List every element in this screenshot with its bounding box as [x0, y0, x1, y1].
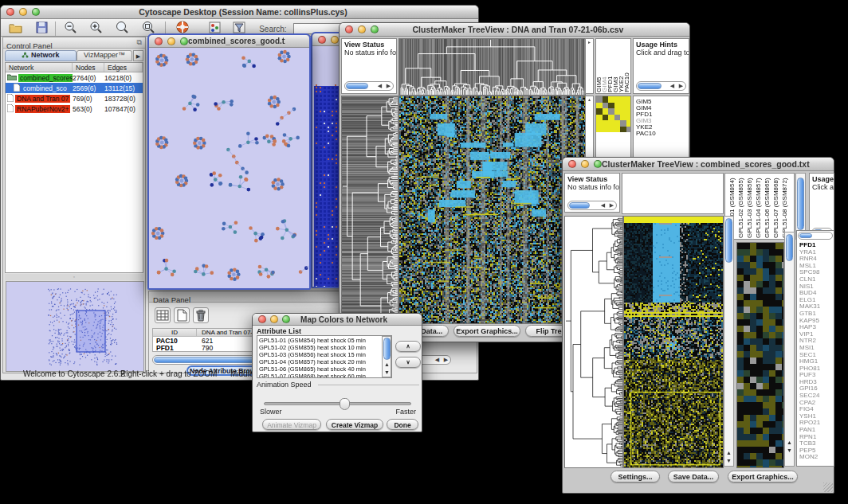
tv1-usage-hints: Usage Hints Click and drag to ◀▶ [633, 38, 689, 94]
tv1-top-dendrogram[interactable] [398, 38, 586, 96]
main-titlebar[interactable]: Cytoscape Desktop (Session Name: collins… [1, 6, 478, 19]
zoom-fit-icon[interactable] [115, 21, 128, 37]
attribute-list-item[interactable]: GPL51-03 (GSM856) heat shock 15 min [259, 351, 366, 358]
tv2-gene-labels-scrollbar[interactable] [798, 232, 833, 240]
matrix-cell [614, 127, 621, 133]
tv2-heatmap[interactable] [623, 216, 724, 468]
matrix-cell [614, 103, 621, 109]
zoom-button[interactable] [371, 25, 379, 33]
slower-label: Slower [260, 408, 282, 416]
attribute-select-icon[interactable] [155, 307, 171, 323]
button-save-data-[interactable]: Save Data... [668, 471, 719, 483]
network-nodes-count: 2764(0) [73, 74, 104, 82]
zoom-button[interactable] [594, 160, 602, 168]
animate-vizmap-button[interactable]: Animate Vizmap [262, 419, 321, 430]
delete-attribute-icon[interactable] [193, 307, 209, 323]
done-button[interactable]: Done [387, 419, 418, 430]
tv2-gene-label: NTR2 [799, 337, 820, 344]
attribute-listbox[interactable]: GPL51-01 (GSM854) heat shock 05 minGPL51… [257, 335, 392, 378]
close-button[interactable] [258, 315, 266, 323]
matrix-cell [614, 96, 621, 103]
treeview1-titlebar[interactable]: ClusterMaker TreeView : DNA and Tran 07-… [340, 23, 689, 37]
tv2-heatmap-vscrollbar[interactable]: ▲▼ [724, 216, 734, 467]
button-settings-[interactable]: Settings... [610, 471, 660, 483]
tv2-gene-label: FIG4 [799, 405, 820, 412]
minimize-button[interactable] [358, 25, 366, 33]
minimize-button[interactable] [19, 8, 27, 16]
close-button[interactable] [345, 25, 353, 33]
tv2-zoom-vscrollbar[interactable]: ▲▼ [784, 232, 795, 467]
zoom-in-icon[interactable] [89, 21, 102, 37]
window-controls[interactable] [6, 8, 40, 16]
tv1-col-scroll-strip[interactable]: ▸ [585, 38, 594, 94]
attribute-list-item[interactable]: GPL51-01 (GSM854) heat shock 05 min [259, 337, 366, 344]
tab-network[interactable]: Network [5, 50, 77, 61]
tv2-top-dendrogram-area[interactable] [622, 173, 724, 214]
tv2-zoomed-heatmap[interactable] [736, 242, 784, 468]
new-attribute-icon[interactable] [174, 307, 190, 323]
tv2-column-label: GPL51-07 (GSM868) [772, 178, 779, 238]
treeview2-titlebar[interactable]: ClusterMaker TreeView : combined_scores_… [563, 158, 834, 171]
tv2-view-status-scrollbar[interactable]: ◀▶ [567, 201, 617, 210]
close-button[interactable] [318, 36, 326, 44]
tv1-usage-hints-scrollbar[interactable]: ◀▶ [636, 81, 686, 91]
close-button[interactable] [155, 37, 163, 45]
tv1-row-dendrogram[interactable] [341, 96, 398, 324]
tab-vizmapper[interactable]: VizMapper™ [77, 50, 132, 61]
tv2-gene-label: MAK31 [799, 303, 820, 310]
network-list-item[interactable]: DNA and Tran 07769(0)183728(0) [6, 93, 143, 104]
attribute-list-item[interactable]: GPL51-02 (GSM855) heat shock 10 min [259, 344, 366, 351]
minimize-button[interactable] [270, 315, 278, 323]
minimize-button[interactable] [167, 37, 175, 45]
network-canvas-1[interactable] [149, 48, 309, 288]
attribute-list-item[interactable]: GPL51-07 (GSM868) heat shock 60 min [259, 373, 366, 378]
matrix-cell [596, 127, 603, 133]
close-button[interactable] [568, 160, 576, 168]
network-nodes-count: 2569(6) [73, 84, 104, 92]
network-edges-count: 183728(0) [104, 95, 143, 103]
dialog-titlebar[interactable]: Map Colors to Network [253, 314, 422, 326]
zoom-out-icon[interactable] [64, 21, 77, 37]
slider-thumb[interactable] [340, 398, 350, 410]
group-separator [318, 385, 419, 385]
open-file-icon[interactable] [9, 21, 22, 37]
save-icon[interactable] [36, 21, 48, 37]
network-list-item[interactable]: combined_scores2764(0)16218(0) [6, 72, 143, 83]
animation-speed-slider[interactable] [264, 402, 411, 405]
minimize-button[interactable] [581, 160, 589, 168]
search-label: Search: [259, 25, 286, 33]
matrix-cell [608, 103, 614, 109]
status-welcome: Welcome to Cytoscape 2.6.2 [23, 369, 125, 378]
network-list-item[interactable]: RNAPuberNov2+563(0)107847(0) [6, 104, 143, 114]
matrix-cell [596, 115, 603, 121]
create-vizmap-button[interactable]: Create Vizmap [326, 419, 383, 430]
tab-overflow-button[interactable]: ▶ [133, 50, 143, 61]
tv2-usage-hints-text: Click and [810, 183, 834, 191]
attribute-list-scrollbar[interactable]: ▲▼ [382, 336, 391, 377]
tv1-row-label: PAC10 [636, 130, 656, 137]
move-up-button[interactable]: ∧ [395, 341, 421, 352]
tv2-gene-label: CLN1 [799, 275, 820, 283]
tv1-correlation-matrix[interactable] [596, 96, 631, 132]
network-overview[interactable] [6, 281, 144, 372]
network-window-1-titlebar[interactable]: combined_scores_good.txt--cluste... [149, 35, 309, 48]
minimize-button[interactable] [331, 36, 339, 44]
tv2-gene-labels-panel: PFD1YRA1RNR4MSL1SPC98CLN1NIS1BUD4ELG1MAK… [796, 230, 834, 467]
resize-grip[interactable] [823, 483, 833, 492]
network-table-header: Network [6, 63, 73, 72]
float-panel-icon[interactable]: ⧉ [137, 38, 142, 47]
close-button[interactable] [6, 8, 14, 16]
move-down-button[interactable]: ∨ [395, 357, 421, 368]
tv1-heatmap[interactable] [398, 96, 586, 324]
tv2-row-dendrogram[interactable] [564, 216, 623, 468]
button-export-graphics-[interactable]: Export Graphics... [728, 471, 798, 483]
panel-splitter[interactable]: ◦ [5, 274, 143, 280]
zoom-button[interactable] [32, 8, 40, 16]
attribute-list-item[interactable]: GPL51-04 (GSM857) heat shock 20 min [259, 358, 366, 365]
zoom-button[interactable] [282, 315, 290, 323]
button-export-graphics-[interactable]: Export Graphics... [453, 325, 520, 337]
network-list-item[interactable]: combined_sco2569(6)13112(15) [6, 83, 143, 93]
zoom-button[interactable] [180, 37, 188, 45]
attribute-list-item[interactable]: GPL51-06 (GSM865) heat shock 40 min [259, 365, 366, 373]
tv1-view-status-scrollbar[interactable]: ◀▶ [344, 81, 394, 91]
